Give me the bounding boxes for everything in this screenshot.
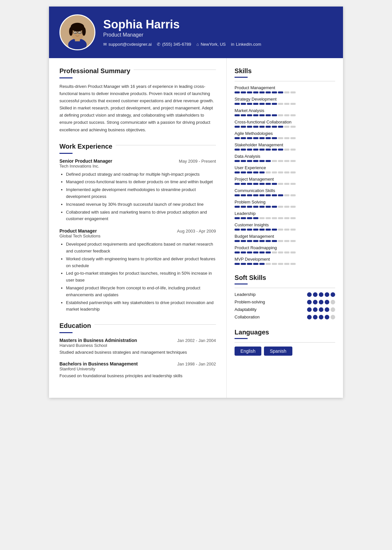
skill-segment [259, 194, 265, 196]
linkedin-icon: in [231, 42, 234, 47]
skill-bar [235, 126, 335, 128]
edu-2-header: Bachelors in Business Management Jan 199… [59, 361, 216, 366]
svg-point-9 [75, 32, 76, 33]
skill-segment [241, 103, 246, 105]
skill-item: Cross-functional Collaboration [235, 120, 335, 128]
skill-segment [235, 160, 240, 162]
skill-segment [253, 263, 258, 265]
summary-section: Professional Summary Results-driven Prod… [59, 67, 216, 134]
right-column: Skills Product ManagementStrategy Develo… [227, 58, 343, 398]
skill-segment [241, 137, 246, 139]
skill-segment [259, 217, 265, 219]
skill-segment [266, 217, 271, 219]
job-1-header: Senior Product Manager May 2009 - Presen… [59, 158, 216, 164]
skill-segment [272, 149, 277, 151]
skill-segment [278, 103, 283, 105]
skill-name: Customer Insights [235, 222, 335, 227]
job-2-title: Product Manager [59, 228, 97, 234]
skill-segment [247, 160, 252, 162]
list-item: Defined product strategy and roadmap for… [66, 171, 216, 178]
svg-point-5 [69, 27, 73, 36]
skill-dot [313, 307, 318, 312]
languages-title: Languages [235, 329, 335, 336]
skill-segment [241, 194, 246, 196]
skill-item: Data Analysis [235, 154, 335, 162]
skill-segment [241, 149, 246, 151]
skill-segment [235, 240, 240, 242]
soft-skill-name: Adaptability [235, 307, 256, 312]
skill-segment [284, 240, 289, 242]
skill-segment [247, 171, 252, 173]
skill-dot [313, 292, 318, 297]
skill-segment [241, 229, 246, 231]
skill-segment [284, 229, 289, 231]
skill-segment [284, 137, 289, 139]
edu-accent [59, 332, 73, 333]
summary-header-row: Professional Summary [59, 67, 216, 77]
soft-skill-name: Leadership [235, 292, 255, 297]
skill-bar [235, 217, 335, 219]
skill-segment [284, 114, 289, 116]
soft-skill-item: Problem-solving [235, 299, 335, 304]
skills-title: Skills [235, 67, 335, 75]
edu-title: Education [59, 322, 91, 330]
work-title: Work Experience [59, 143, 112, 150]
skill-segment [266, 160, 271, 162]
skill-segment [253, 149, 258, 151]
edu-header-row: Education [59, 322, 216, 332]
skill-item: Product Roadmapping [235, 245, 335, 253]
soft-skill-item: Leadership [235, 292, 335, 297]
skill-segment [266, 103, 271, 105]
skill-bar [235, 229, 335, 231]
skill-segment [235, 149, 240, 151]
job-1: Senior Product Manager May 2009 - Presen… [59, 158, 216, 223]
skill-segment [266, 137, 271, 139]
skill-segment [247, 149, 252, 151]
skill-segment [290, 91, 296, 93]
skill-item: MVP Development [235, 257, 335, 265]
skill-dots [307, 315, 335, 319]
edu-1-date: Jan 2002 - Jan 2004 [177, 338, 216, 343]
skill-segment [235, 91, 240, 93]
edu-2-desc: Focused on foundational business princip… [59, 373, 216, 380]
edu-1-degree: Masters in Business Administration [59, 338, 137, 343]
soft-skills-line [235, 288, 335, 288]
skill-name: Problem Solving [235, 200, 335, 204]
svg-point-6 [82, 27, 86, 36]
skill-segment [247, 251, 252, 253]
skill-segment [290, 217, 296, 219]
skill-segment [290, 160, 296, 162]
skill-segment [284, 91, 289, 93]
skill-segment [266, 183, 271, 185]
skill-segment [272, 263, 277, 265]
skill-segment [278, 91, 283, 93]
skill-dot [319, 315, 323, 319]
skill-segment [272, 126, 277, 128]
skill-segment [284, 251, 289, 253]
skill-name: Cross-functional Collaboration [235, 120, 335, 124]
skill-segment [241, 91, 246, 93]
skill-dot [325, 307, 329, 312]
skill-name: Agile Methodologies [235, 131, 335, 136]
skill-item: Stakeholder Management [235, 142, 335, 151]
skill-segment [235, 251, 240, 253]
skill-segment [290, 183, 296, 185]
skill-segment [284, 183, 289, 185]
job-2-header: Product Manager Aug 2003 - Apr 2009 [59, 228, 216, 234]
skill-segment [284, 217, 289, 219]
skill-name: Product Management [235, 85, 335, 90]
skill-segment [266, 206, 271, 208]
skill-segment [253, 137, 258, 139]
skill-name: Project Management [235, 177, 335, 182]
skill-segment [284, 171, 289, 173]
skill-segment [278, 217, 283, 219]
job-2-company: Global Tech Solutions [59, 234, 216, 238]
skill-segment [259, 91, 265, 93]
job-2-bullets: Developed product requirements and speci… [59, 241, 216, 313]
language-tags: EnglishSpanish [235, 347, 335, 356]
skill-segment [272, 229, 277, 231]
skill-segment [284, 206, 289, 208]
skill-segment [259, 240, 265, 242]
edu-1-header: Masters in Business Administration Jan 2… [59, 338, 216, 343]
skill-segment [253, 229, 258, 231]
